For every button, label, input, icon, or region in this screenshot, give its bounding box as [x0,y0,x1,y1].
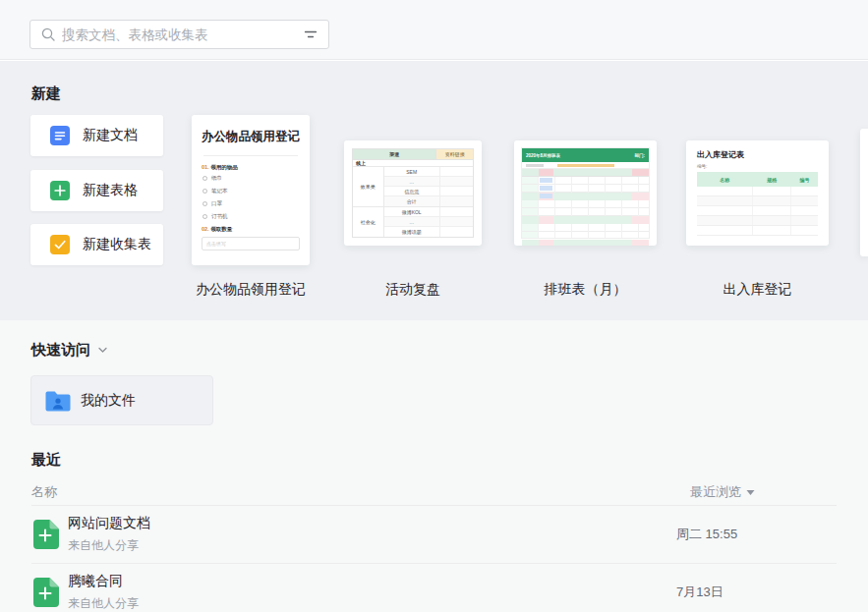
review-mini-table: 渠道 资料链接 线上 效果类 SEM … 信息流 合计 社会化 微 [352,148,474,238]
search-icon [40,27,56,42]
radio-option: 订书机 [203,213,300,220]
warehouse-title: 出入库登记表 [697,149,818,160]
new-doc-button[interactable]: 新建文档 [30,115,163,156]
new-sheet-button[interactable]: 新建表格 [30,170,163,211]
review-col-link: 资料链接 [436,149,473,159]
radio-icon [203,214,207,219]
sort-triangle-icon [746,489,755,496]
schedule-title: 2020年8月排班表 [526,153,560,158]
template-card-review[interactable]: 渠道 资料链接 线上 效果类 SEM … 信息流 合计 社会化 微 [344,140,482,246]
template-label-schedule[interactable]: 排班表（月） [514,281,657,299]
chevron-down-icon [97,345,108,356]
schedule-dept: 部门: [635,153,646,158]
schedule-subheader [522,162,649,169]
top-bar [0,0,868,60]
form-check-icon [50,235,70,254]
office-form-title: 办公物品领用登记 [202,129,300,145]
my-files-label: 我的文件 [81,392,136,410]
review-group2: 社会化 [353,207,384,237]
radio-option: 纸巾 [203,175,300,182]
sort-label: 最近浏览 [690,483,741,501]
file-subtitle: 来自他人分享 [68,537,150,554]
bottom-section: 快速访问 我的文件 最近 名称 最近浏览 [0,320,868,612]
sort-dropdown[interactable]: 最近浏览 [690,483,755,501]
new-form-label: 新建收集表 [83,236,151,253]
template-card-office-form[interactable]: 办公物品领用登记 01. 领用的物品 纸巾 笔记本 口罩 订书机 02. 领取数… [192,115,310,265]
template-label-review[interactable]: 活动复盘 [344,281,482,299]
folder-icon [44,389,72,413]
recent-list-header: 名称 最近浏览 [31,479,837,506]
file-subtitle: 来自他人分享 [68,595,139,612]
docs-home-page: 新建 新建文档 新建表格 新建收集表 办公物品领用登记 01. 领用的物品 纸巾… [0,0,868,612]
create-heading: 新建 [31,84,61,103]
schedule-grid [522,177,649,238]
sheet-file-icon [33,578,59,607]
review-row-online: 线上 [353,160,473,167]
warehouse-empty-row [697,187,818,196]
recent-file-row[interactable]: 腾曦合同 来自他人分享 7月13日 [31,564,837,612]
file-title: 网站问题文档 [68,515,150,532]
new-sheet-label: 新建表格 [83,182,138,199]
office-form-q1: 01. 领用的物品 [202,164,300,171]
warehouse-empty-row [697,196,818,206]
schedule-column-header [522,169,649,177]
radio-option: 笔记本 [203,188,300,195]
review-group1: 效果类 [353,167,384,206]
new-doc-label: 新建文档 [83,127,138,144]
radio-icon [203,176,207,181]
doc-icon [50,126,70,145]
file-title: 腾曦合同 [68,573,139,590]
sheet-file-icon [33,520,59,549]
column-name-label: 名称 [31,483,57,501]
warehouse-empty-row [697,226,818,236]
schedule-mini-sheet: 2020年8月排班表 部门: [521,147,650,239]
warehouse-empty-row [697,206,818,216]
office-form-q2: 02. 领取数量 [202,226,300,233]
template-card-schedule[interactable]: 2020年8月排班表 部门: [514,140,657,246]
quick-access-heading[interactable]: 快速访问 [31,341,108,360]
radio-icon [203,189,207,194]
recent-heading: 最近 [31,451,61,470]
template-label-warehouse[interactable]: 出入库登记 [686,281,829,299]
my-files-card[interactable]: 我的文件 [30,375,213,425]
create-section: 新建 新建文档 新建表格 新建收集表 办公物品领用登记 01. 领用的物品 纸巾… [0,61,868,320]
file-time: 7月13日 [676,584,723,601]
file-time: 周二 15:55 [676,526,737,543]
quick-access-label: 快速访问 [31,341,90,360]
filter-icon[interactable] [303,27,318,42]
warehouse-empty-row [697,216,818,226]
radio-icon [203,201,207,206]
warehouse-header-row: 名称 规格 编号 [697,172,818,187]
mini-input-preview: 点击填写 [202,237,300,250]
radio-option: 口罩 [203,200,300,207]
recent-file-row[interactable]: 网站问题文档 来自他人分享 周二 15:55 [31,506,837,564]
sheet-plus-icon [50,181,70,200]
search-input[interactable] [56,28,303,42]
template-card-warehouse[interactable]: 出入库登记表 编号: 名称 规格 编号 [686,140,829,246]
new-form-button[interactable]: 新建收集表 [30,224,163,265]
warehouse-code-label: 编号: [697,164,818,169]
template-card-partial[interactable] [860,129,868,256]
search-box[interactable] [29,20,329,49]
review-col-channel: 渠道 [353,149,436,159]
divider [203,155,298,156]
template-label-office-form[interactable]: 办公物品领用登记 [180,281,321,299]
